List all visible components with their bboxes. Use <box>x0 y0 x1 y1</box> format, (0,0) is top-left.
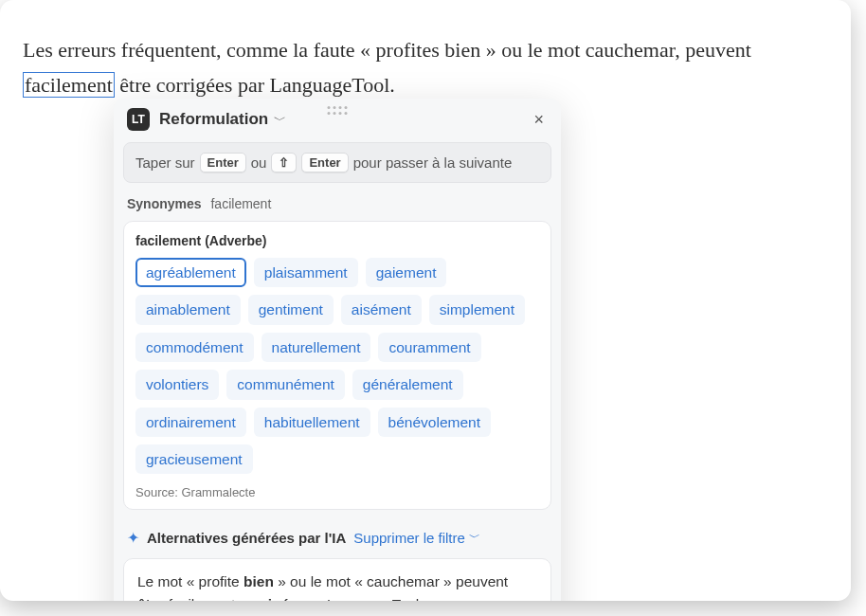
app-logo-icon: LT <box>127 108 150 131</box>
synonym-chip[interactable]: naturellement <box>262 333 371 362</box>
synonym-part-of-speech: (Adverbe) <box>205 233 266 248</box>
doc-text-post: être corrigées par LanguageTool. <box>115 73 395 97</box>
synonyms-header: Synonymes facilement <box>114 192 561 221</box>
synonym-chip[interactable]: aimablement <box>135 295 241 324</box>
synonym-source: Source: Grammalecte <box>135 485 539 499</box>
synonym-chip[interactable]: simplement <box>429 295 525 324</box>
document-paragraph[interactable]: Les erreurs fréquentent, comme la faute … <box>23 32 828 103</box>
chevron-down-icon: ﹀ <box>469 530 480 546</box>
remove-filter-text: Supprimer le filtre <box>353 530 465 546</box>
remove-filter-link[interactable]: Supprimer le filtre ﹀ <box>353 530 480 546</box>
synonym-chip[interactable]: gracieusement <box>135 444 253 474</box>
reformulation-popup: LT Reformulation ﹀ × Taper sur Enter ou … <box>114 99 561 601</box>
synonyms-card: facilement (Adverbe) agréablementplaisam… <box>123 221 551 510</box>
synonyms-card-title: facilement (Adverbe) <box>135 233 539 248</box>
keyboard-hint: Taper sur Enter ou ⇧ Enter pour passer à… <box>123 142 551 183</box>
synonym-chip[interactable]: habituellement <box>254 408 370 437</box>
synonym-chip[interactable]: commodément <box>135 333 254 362</box>
key-enter: Enter <box>200 153 246 172</box>
hint-text: Taper sur <box>135 154 195 171</box>
sparkle-icon: ✦ <box>127 529 139 547</box>
synonym-chip[interactable]: agréablement <box>135 258 246 287</box>
close-icon[interactable]: × <box>530 109 548 130</box>
doc-text-pre: Les erreurs fréquentent, comme la faute … <box>23 38 751 62</box>
ai-alternatives-label: Alternatives générées par l'IA <box>147 530 346 546</box>
source-label: Source: <box>135 485 178 499</box>
drag-handle-icon[interactable] <box>328 106 348 115</box>
ai-alternative-card[interactable]: Le mot « profite bien » ou le mot « cauc… <box>123 558 551 601</box>
synonym-chip-list: agréablementplaisammentgaiementaimableme… <box>135 258 539 474</box>
ai-alternatives-list: Le mot « profite bien » ou le mot « cauc… <box>114 558 561 601</box>
synonym-chip[interactable]: ordinairement <box>135 408 246 437</box>
document-canvas: Les erreurs fréquentent, comme la faute … <box>0 0 851 601</box>
key-enter: Enter <box>301 153 348 172</box>
hint-text: ou <box>251 154 267 171</box>
hint-text: pour passer à la suivante <box>353 154 513 171</box>
synonym-chip[interactable]: volontiers <box>135 370 219 399</box>
synonym-chip[interactable]: généralement <box>352 370 463 399</box>
synonyms-label: Synonymes <box>127 196 202 211</box>
synonyms-word: facilement <box>210 196 271 211</box>
source-name: Grammalecte <box>181 485 255 499</box>
synonym-chip[interactable]: gaiement <box>366 258 447 287</box>
chevron-down-icon[interactable]: ﹀ <box>274 112 286 129</box>
highlighted-word[interactable]: facilement <box>23 72 115 98</box>
popup-header: LT Reformulation ﹀ × <box>114 99 561 136</box>
synonym-chip[interactable]: bénévolement <box>378 408 491 437</box>
synonym-chip[interactable]: communément <box>226 370 345 399</box>
synonym-headword: facilement <box>135 233 201 248</box>
synonym-chip[interactable]: gentiment <box>248 295 334 324</box>
key-shift: ⇧ <box>271 153 297 172</box>
synonym-chip[interactable]: couramment <box>378 333 480 362</box>
popup-title[interactable]: Reformulation <box>159 110 268 129</box>
synonym-chip[interactable]: plaisamment <box>254 258 358 287</box>
ai-alternatives-header: ✦ Alternatives générées par l'IA Supprim… <box>114 519 561 558</box>
synonym-chip[interactable]: aisément <box>341 295 422 324</box>
